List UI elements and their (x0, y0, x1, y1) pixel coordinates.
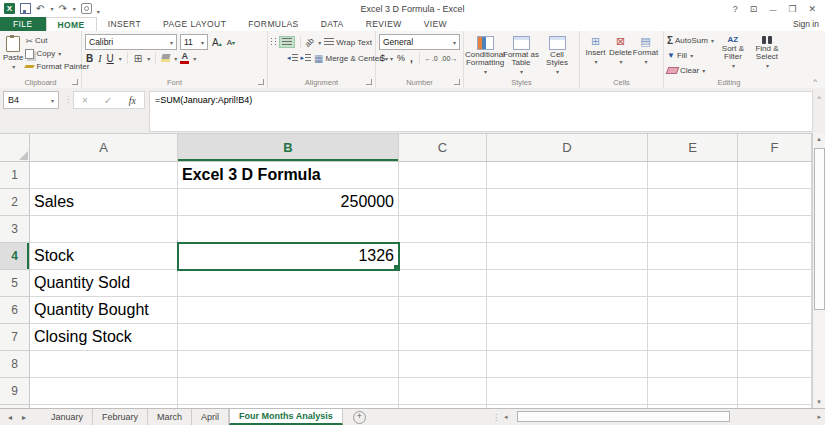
insert-button[interactable]: ⊞Insert (583, 34, 608, 65)
borders-icon[interactable]: ⊞ (133, 53, 143, 64)
save-icon[interactable] (20, 3, 31, 14)
row-header-9[interactable]: 9 (0, 378, 30, 405)
touch-mode-icon[interactable] (81, 3, 92, 14)
enter-icon[interactable]: ✓ (104, 95, 112, 106)
cell[interactable] (399, 189, 487, 216)
cell-b6[interactable] (178, 297, 399, 324)
horizontal-scrollbar[interactable]: ◂ ▸ (504, 411, 821, 423)
cell-b5[interactable] (178, 270, 399, 297)
orientation-dropdown-icon[interactable] (318, 39, 321, 46)
customize-qat-icon[interactable] (97, 0, 100, 18)
cell[interactable] (648, 378, 738, 405)
clipboard-dialog-launcher[interactable] (72, 79, 78, 85)
font-dialog-launcher[interactable] (258, 79, 264, 85)
cell[interactable] (738, 297, 812, 324)
redo-dropdown-icon[interactable] (73, 5, 76, 12)
grow-font-button[interactable]: A▴ (211, 37, 223, 48)
select-all-corner[interactable] (0, 134, 30, 162)
delete-button[interactable]: ⊠Delete (608, 34, 633, 65)
sheet-tab-february[interactable]: February (93, 409, 148, 425)
cell-b2[interactable]: 250000 (178, 189, 399, 216)
insert-function-icon[interactable]: fx (129, 95, 136, 106)
undo-dropdown-icon[interactable] (50, 5, 53, 12)
cell-styles-button[interactable]: Cell Styles (539, 34, 575, 76)
borders-dropdown-icon[interactable] (147, 55, 150, 62)
align-middle-icon[interactable] (275, 38, 276, 46)
wrap-text-button[interactable]: Wrap Text (324, 36, 372, 49)
cell-b4-selected[interactable]: 1326 (178, 243, 399, 270)
cell[interactable] (487, 378, 648, 405)
font-size-select[interactable]: 11 (180, 34, 208, 50)
cell[interactable] (648, 243, 738, 270)
cell[interactable] (738, 270, 812, 297)
number-dialog-launcher[interactable] (454, 79, 460, 85)
decrease-decimal-icon[interactable]: .00→ (441, 55, 458, 62)
orientation-icon[interactable]: ab (303, 36, 316, 49)
clear-button[interactable]: Clear (667, 64, 714, 77)
formula-input[interactable]: =SUM(January:April!B4) (149, 91, 813, 132)
cell[interactable] (738, 378, 812, 405)
fill-button[interactable]: ▼Fill (667, 49, 714, 62)
autosum-dropdown-icon[interactable] (711, 37, 714, 44)
close-icon[interactable] (808, 4, 816, 14)
cell[interactable] (738, 162, 812, 189)
cell-a9[interactable] (30, 378, 178, 405)
cell-b8[interactable] (178, 351, 399, 378)
find-select-button[interactable]: Find & Select (752, 34, 782, 77)
redo-icon[interactable]: ↷ (58, 4, 66, 14)
minimize-icon[interactable] (769, 4, 776, 14)
cell[interactable] (487, 270, 648, 297)
row-header-4[interactable]: 4 (0, 243, 30, 270)
bold-button[interactable]: B (85, 53, 94, 64)
sheet-tab-april[interactable]: April (192, 409, 229, 425)
scroll-down-icon[interactable]: ▾ (813, 398, 825, 406)
cell[interactable] (399, 270, 487, 297)
cell[interactable] (487, 216, 648, 243)
cell[interactable] (648, 297, 738, 324)
copy-button[interactable]: Copy (25, 47, 89, 60)
fill-color-dropdown-icon[interactable] (174, 55, 177, 62)
conditional-formatting-button[interactable]: Conditional Formatting (467, 34, 503, 76)
format-painter-button[interactable]: Format Painter (25, 60, 89, 73)
align-bottom-button[interactable] (279, 36, 295, 48)
format-dropdown-icon[interactable] (644, 58, 647, 65)
paste-dropdown-icon[interactable] (12, 63, 15, 70)
col-header-f[interactable]: F (738, 134, 812, 162)
vertical-scrollbar[interactable]: ▴ ▾ (812, 133, 825, 408)
clear-dropdown-icon[interactable] (702, 67, 705, 74)
cell-a4[interactable]: Stock (30, 243, 178, 270)
copy-dropdown-icon[interactable] (58, 50, 61, 57)
font-name-select[interactable]: Calibri (85, 34, 177, 50)
fill-dropdown-icon[interactable] (690, 52, 693, 59)
cell[interactable] (648, 189, 738, 216)
row-header-5[interactable]: 5 (0, 270, 30, 297)
expand-formula-bar-icon[interactable] (817, 94, 821, 103)
tab-insert[interactable]: INSERT (97, 17, 152, 31)
cell[interactable] (648, 216, 738, 243)
cell-a3[interactable] (30, 216, 178, 243)
tab-view[interactable]: VIEW (413, 17, 458, 31)
cell[interactable] (738, 324, 812, 351)
cf-dropdown-icon[interactable] (484, 68, 487, 76)
cell-b7[interactable] (178, 324, 399, 351)
col-header-e[interactable]: E (648, 134, 738, 162)
name-box-dropdown-icon[interactable] (51, 97, 54, 104)
font-name-dropdown-icon[interactable] (170, 39, 173, 46)
collapse-ribbon-icon[interactable] (813, 77, 817, 86)
underline-dropdown-icon[interactable] (119, 55, 122, 62)
font-color-dropdown-icon[interactable] (193, 55, 196, 62)
cell-a1[interactable] (30, 162, 178, 189)
insert-dropdown-icon[interactable] (594, 58, 597, 65)
font-size-dropdown-icon[interactable] (201, 39, 204, 46)
row-header-7[interactable]: 7 (0, 324, 30, 351)
cell[interactable] (487, 243, 648, 270)
sort-filter-button[interactable]: AZSort & Filter (718, 34, 748, 77)
sheet-tab-january[interactable]: January (42, 409, 93, 425)
tab-home[interactable]: HOME (46, 17, 97, 31)
paste-button[interactable]: Paste (3, 34, 23, 73)
cell[interactable] (399, 324, 487, 351)
help-icon[interactable] (733, 4, 738, 14)
tab-page-layout[interactable]: PAGE LAYOUT (152, 17, 237, 31)
sheet-tab-march[interactable]: March (148, 409, 192, 425)
cell[interactable] (648, 324, 738, 351)
